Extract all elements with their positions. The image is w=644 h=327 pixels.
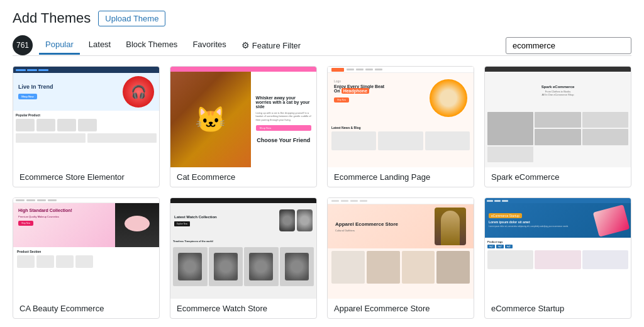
theme-name-startup: eCommerce Startup (485, 299, 631, 318)
theme-preview-cat: 🐱 Whisker away your worries with a cat b… (170, 67, 316, 167)
theme-preview-beauty: High Standard Collection! Premium Qualit… (13, 198, 159, 299)
theme-name-cat: Cat Ecommerce (170, 167, 316, 187)
theme-name-landing: Ecommerce Landing Page (328, 167, 474, 187)
theme-preview-elementor: Live In TrendShop Now 🎧 Popular Product (13, 67, 159, 167)
theme-preview-spark: Spark eCommerce From Clothes to BooksAll… (485, 67, 631, 167)
upload-theme-button[interactable]: Upload Theme (98, 11, 165, 26)
theme-preview-apparel: Apparel Ecommerce Store Cultural Outfitt… (328, 198, 474, 299)
theme-card-startup[interactable]: eCommerce Startup Lorem ipsum dolor sit … (484, 197, 631, 319)
theme-count-badge: 761 (13, 35, 33, 55)
theme-preview-landing: Logo Enjoy Every Single BeatOn Headphone… (328, 67, 474, 167)
page-title: Add Themes (13, 10, 91, 26)
feature-filter-label: Feature Filter (252, 41, 301, 50)
theme-card-spark[interactable]: Spark eCommerce From Clothes to BooksAll… (484, 66, 631, 187)
theme-card-landing-page[interactable]: Logo Enjoy Every Single BeatOn Headphone… (327, 66, 474, 187)
page-wrap: Add Themes Upload Theme 761 Popular Late… (0, 0, 644, 327)
gear-icon: ⚙ (242, 40, 250, 50)
filter-latest[interactable]: Latest (82, 36, 117, 55)
filters-bar: 761 Popular Latest Block Themes Favorite… (13, 35, 631, 56)
theme-name-watch: Ecommerce Watch Store (170, 299, 316, 318)
theme-name-beauty: CA Beauty Ecommerce (13, 299, 159, 318)
themes-grid: Live In TrendShop Now 🎧 Popular Product (13, 66, 631, 319)
theme-card-cat-ecommerce[interactable]: 🐱 Whisker away your worries with a cat b… (170, 66, 317, 187)
filter-block-themes[interactable]: Block Themes (119, 36, 184, 55)
theme-preview-startup: eCommerce Startup Lorem ipsum dolor sit … (485, 198, 631, 299)
search-input[interactable] (506, 37, 631, 54)
theme-name-apparel: Apparel Ecommerce Store (328, 299, 474, 318)
feature-filter-button[interactable]: ⚙ Feature Filter (235, 36, 307, 54)
theme-name-spark: Spark eCommerce (485, 167, 631, 187)
theme-name-elementor: Ecommerce Store Elementor (13, 167, 159, 187)
search-wrap (506, 37, 631, 54)
theme-card-ecommerce-store-elementor[interactable]: Live In TrendShop Now 🎧 Popular Product (13, 66, 160, 187)
theme-preview-watch: Latest Watch Collection Explore Now Time… (170, 198, 316, 299)
filter-popular[interactable]: Popular (39, 36, 80, 55)
filter-favorites[interactable]: Favorites (186, 36, 232, 55)
theme-card-apparel[interactable]: Apparel Ecommerce Store Cultural Outfitt… (327, 197, 474, 319)
theme-card-watch-store[interactable]: Latest Watch Collection Explore Now Time… (170, 197, 317, 319)
page-header: Add Themes Upload Theme (13, 10, 631, 26)
theme-card-ca-beauty[interactable]: High Standard Collection! Premium Qualit… (13, 197, 160, 319)
